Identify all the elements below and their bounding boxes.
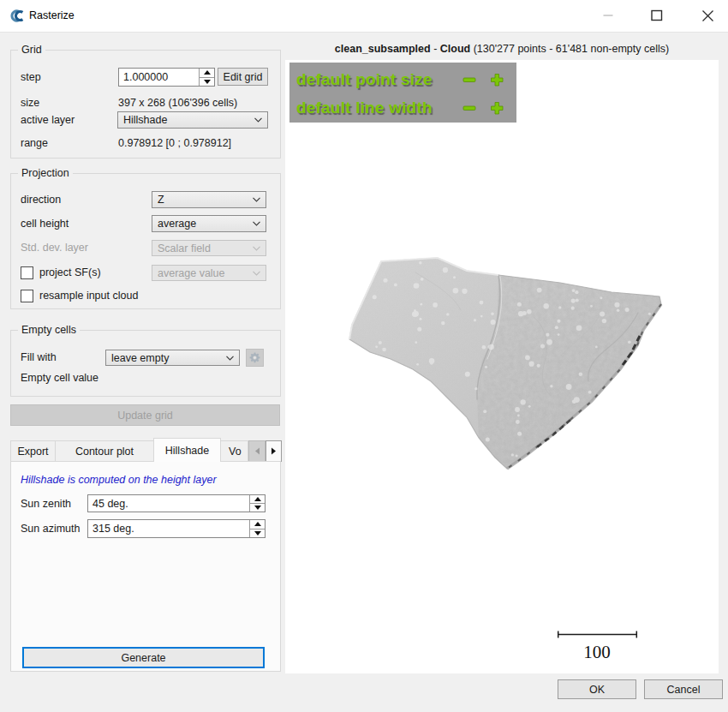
project-sf-checkbox[interactable] — [21, 266, 33, 279]
window-title: Rasterize — [29, 0, 75, 32]
sun-zenith-spin-up[interactable] — [250, 495, 265, 504]
edit-grid-button[interactable]: Edit grid — [218, 68, 268, 86]
spin-up-icon — [254, 497, 261, 501]
direction-value: Z — [152, 194, 247, 206]
step-spinbox[interactable]: 1.000000 — [118, 68, 215, 87]
fill-with-value: leave empty — [106, 352, 220, 364]
chevron-down-icon — [247, 197, 266, 202]
project-sf-value: average value — [152, 267, 247, 279]
tab-volume-clipped[interactable]: Vo — [220, 440, 248, 462]
active-layer-label: active layer — [21, 111, 75, 129]
scale-bar-label: 100 — [583, 642, 611, 662]
point-size-label: default point size — [296, 70, 433, 89]
empty-cell-value-label: Empty cell value — [21, 369, 98, 386]
sun-azimuth-label: Sun azimuth — [21, 520, 80, 537]
line-width-label: default line width — [296, 99, 433, 117]
std-dev-layer-combobox: Scalar field — [152, 240, 266, 256]
sun-azimuth-spin-down[interactable] — [250, 530, 265, 538]
spin-down-icon — [254, 506, 261, 510]
cloud-header: clean_subsampled - Cloud (130'277 points… — [285, 38, 719, 60]
size-label: size — [21, 94, 39, 111]
line-width-minus-button[interactable] — [462, 100, 477, 116]
spin-down-icon — [204, 80, 211, 84]
resample-label: resample input cloud — [39, 287, 138, 304]
cloud-details: (130'277 points - 61'481 non-empty cells… — [470, 43, 669, 55]
step-spin-up[interactable] — [200, 69, 214, 78]
step-value: 1.000000 — [119, 69, 199, 86]
tab-contour-plot[interactable]: Contour plot — [55, 440, 154, 462]
chevron-down-icon — [247, 246, 266, 251]
chevron-down-icon — [247, 271, 266, 276]
3d-viewport[interactable]: 100 default point size default line widt… — [285, 60, 719, 673]
maximize-icon — [651, 9, 663, 21]
minimize-button[interactable] — [588, 0, 628, 31]
maximize-button[interactable] — [637, 0, 677, 31]
chevron-down-icon — [248, 117, 267, 123]
tab-scroll-right-button[interactable] — [266, 440, 282, 462]
hillshade-hint: Hillshade is computed on the height laye… — [21, 474, 217, 486]
cell-height-label: cell height — [21, 215, 69, 232]
minus-icon — [463, 78, 475, 82]
app-icon — [9, 9, 25, 24]
spin-down-icon — [254, 531, 261, 535]
update-grid-button: Update grid — [10, 404, 280, 426]
minus-icon — [463, 106, 475, 111]
point-size-minus-button[interactable] — [462, 72, 477, 87]
fill-with-label: Fill with — [21, 349, 57, 366]
active-layer-value: Hillshade — [118, 114, 248, 126]
sun-zenith-spin-down[interactable] — [250, 504, 265, 512]
title-bar: Rasterize — [0, 0, 728, 33]
resample-checkbox[interactable] — [21, 290, 33, 302]
tab-export[interactable]: Export — [10, 440, 56, 462]
project-sf-combobox: average value — [152, 265, 266, 281]
scale-bar — [558, 631, 637, 638]
range-value: 0.978912 [0 ; 0.978912] — [118, 135, 231, 152]
line-width-plus-button[interactable] — [489, 100, 504, 116]
spin-up-icon — [204, 70, 211, 75]
project-sf-label: project SF(s) — [39, 264, 101, 281]
hotzone-overlay: default point size default line width — [289, 63, 516, 123]
spin-up-icon — [254, 522, 261, 526]
range-label: range — [21, 135, 48, 152]
sun-azimuth-spinbox[interactable]: 315 deg. — [87, 519, 266, 538]
minimize-icon — [603, 10, 613, 21]
gear-icon — [249, 352, 260, 363]
direction-label: direction — [21, 191, 61, 208]
fill-settings-button — [246, 349, 264, 367]
projection-group-title: Projection — [18, 167, 73, 180]
std-dev-layer-label: Std. dev. layer — [21, 239, 88, 256]
step-spin-down[interactable] — [200, 78, 214, 87]
direction-combobox[interactable]: Z — [152, 191, 266, 208]
hillshade-terrain-image: 100 — [285, 60, 719, 673]
plus-icon — [492, 74, 504, 86]
active-layer-combobox[interactable]: Hillshade — [117, 111, 268, 129]
point-size-plus-button[interactable] — [489, 72, 504, 87]
hillshade-tab-panel — [10, 461, 281, 672]
close-icon — [701, 9, 714, 22]
cell-height-value: average — [152, 218, 247, 230]
size-value: 397 x 268 (106'396 cells) — [118, 94, 237, 111]
rasterize-dialog: { "window": { "title": "Rasterize", "con… — [0, 0, 728, 712]
empty-cells-group-title: Empty cells — [18, 324, 80, 337]
plus-icon — [492, 102, 504, 114]
chevron-down-icon — [247, 221, 266, 226]
sun-zenith-label: Sun zenith — [21, 495, 71, 512]
cell-height-combobox[interactable]: average — [152, 215, 266, 232]
cancel-button[interactable]: Cancel — [644, 679, 723, 699]
sun-zenith-spinbox[interactable]: 45 deg. — [87, 494, 266, 512]
fill-with-combobox[interactable]: leave empty — [105, 350, 240, 366]
generate-button[interactable]: Generate — [22, 647, 265, 668]
chevron-down-icon — [220, 356, 239, 361]
cloud-type: Cloud — [440, 43, 470, 55]
arrow-left-icon — [254, 447, 260, 455]
ok-button[interactable]: OK — [558, 679, 636, 699]
tab-scroll-left-button — [248, 440, 266, 462]
cloud-name: clean_subsampled — [335, 43, 431, 55]
grid-group-title: Grid — [18, 44, 45, 57]
sun-zenith-value: 45 deg. — [88, 495, 249, 512]
sun-azimuth-value: 315 deg. — [88, 520, 249, 537]
sun-azimuth-spin-up[interactable] — [250, 520, 265, 530]
tab-hillshade[interactable]: Hillshade — [153, 438, 221, 462]
step-label: step — [21, 69, 41, 86]
close-button[interactable] — [688, 0, 727, 31]
